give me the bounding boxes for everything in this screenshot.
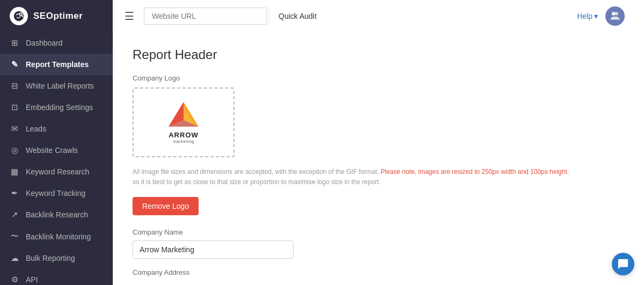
company-address-group: Company Address <box>133 268 577 276</box>
sidebar-item-embedding[interactable]: ⊡ Embedding Settings <box>0 97 113 118</box>
sidebar-item-api[interactable]: ⚙ API <box>0 269 113 285</box>
sidebar-item-label: Dashboard <box>26 39 63 47</box>
seoptimer-logo-icon <box>10 7 28 25</box>
sidebar-item-label: Website Crawls <box>26 146 78 155</box>
sidebar-item-white-label[interactable]: ⊟ White Label Reports <box>0 75 113 97</box>
white-label-icon: ⊟ <box>10 81 19 91</box>
info-text-plain: All image file sizes and dimensions are … <box>133 168 380 176</box>
company-name-group: Company Name <box>133 228 577 259</box>
url-input[interactable] <box>144 8 267 25</box>
layout: ⊞ Dashboard ✎ Report Templates ⊟ White L… <box>0 32 644 285</box>
arrow-logo-sub: marketing <box>173 139 194 144</box>
hamburger-button[interactable]: ☰ <box>122 8 136 25</box>
leads-icon: ✉ <box>10 124 19 134</box>
company-logo-label: Company Logo <box>133 74 577 82</box>
sidebar-item-label: Keyword Tracking <box>26 189 85 198</box>
sidebar: ⊞ Dashboard ✎ Report Templates ⊟ White L… <box>0 32 113 285</box>
logo-text: SEOptimer <box>33 11 83 21</box>
report-templates-icon: ✎ <box>10 60 19 69</box>
bulk-reporting-icon: ☁ <box>10 253 19 263</box>
content-inner: Report Header Company Logo <box>113 32 596 285</box>
sidebar-item-label: Report Templates <box>26 60 89 69</box>
svg-point-3 <box>612 12 615 15</box>
sidebar-item-label: API <box>26 275 38 284</box>
sidebar-item-label: White Label Reports <box>26 82 94 90</box>
user-avatar[interactable] <box>605 6 625 26</box>
help-button[interactable]: Help ▾ <box>577 12 598 20</box>
sidebar-item-report-templates[interactable]: ✎ Report Templates <box>0 54 113 75</box>
sidebar-item-backlink-monitoring[interactable]: 〜 Backlink Monitoring <box>0 225 113 247</box>
page-title: Report Header <box>133 47 577 62</box>
sidebar-item-label: Bulk Reporting <box>26 254 75 262</box>
chevron-down-icon: ▾ <box>594 12 598 20</box>
logo-area: SEOptimer <box>0 7 113 25</box>
dashboard-icon: ⊞ <box>10 38 19 48</box>
info-text-highlight: Please note, images are resized to 250px… <box>380 168 567 176</box>
arrow-logo-svg <box>167 101 200 129</box>
website-crawls-icon: ◎ <box>10 145 19 155</box>
remove-logo-button[interactable]: Remove Logo <box>133 197 199 215</box>
company-name-label: Company Name <box>133 228 577 236</box>
sidebar-item-backlink-research[interactable]: ↗ Backlink Research <box>0 204 113 225</box>
main-content: Report Header Company Logo <box>113 32 644 285</box>
sidebar-item-dashboard[interactable]: ⊞ Dashboard <box>0 32 113 54</box>
logo-upload-box[interactable]: ARROW marketing <box>133 87 235 157</box>
keyword-research-icon: ▦ <box>10 167 19 177</box>
backlink-monitoring-icon: 〜 <box>10 231 19 242</box>
sidebar-item-website-crawls[interactable]: ◎ Website Crawls <box>0 140 113 161</box>
sidebar-item-label: Keyword Research <box>26 167 89 176</box>
sidebar-item-leads[interactable]: ✉ Leads <box>0 118 113 140</box>
sidebar-item-label: Leads <box>26 125 46 133</box>
topbar: SEOptimer ☰ Quick Audit Help ▾ <box>0 0 644 32</box>
keyword-tracking-icon: ✒ <box>10 188 19 198</box>
api-icon: ⚙ <box>10 275 19 284</box>
info-text: All image file sizes and dimensions are … <box>133 167 577 187</box>
embedding-icon: ⊡ <box>10 103 19 112</box>
sidebar-item-label: Backlink Monitoring <box>26 232 91 241</box>
company-name-input[interactable] <box>133 240 294 259</box>
topbar-right: Help ▾ <box>567 0 634 32</box>
sidebar-item-keyword-research[interactable]: ▦ Keyword Research <box>0 161 113 182</box>
sidebar-item-keyword-tracking[interactable]: ✒ Keyword Tracking <box>0 182 113 204</box>
arrow-logo: ARROW marketing <box>167 101 200 144</box>
company-logo-group: Company Logo ARROW marketing <box>133 74 577 157</box>
company-address-label: Company Address <box>133 268 577 276</box>
topbar-main: ☰ Quick Audit Help ▾ <box>113 0 644 32</box>
quick-audit-button[interactable]: Quick Audit <box>269 8 325 24</box>
sidebar-item-label: Embedding Settings <box>26 103 93 112</box>
svg-point-4 <box>615 12 618 15</box>
arrow-logo-text: ARROW <box>169 131 199 139</box>
sidebar-item-label: Backlink Research <box>26 210 88 219</box>
chat-icon <box>617 258 629 270</box>
sidebar-item-bulk-reporting[interactable]: ☁ Bulk Reporting <box>0 247 113 269</box>
backlink-research-icon: ↗ <box>10 210 19 220</box>
chat-bubble-button[interactable] <box>612 253 634 275</box>
